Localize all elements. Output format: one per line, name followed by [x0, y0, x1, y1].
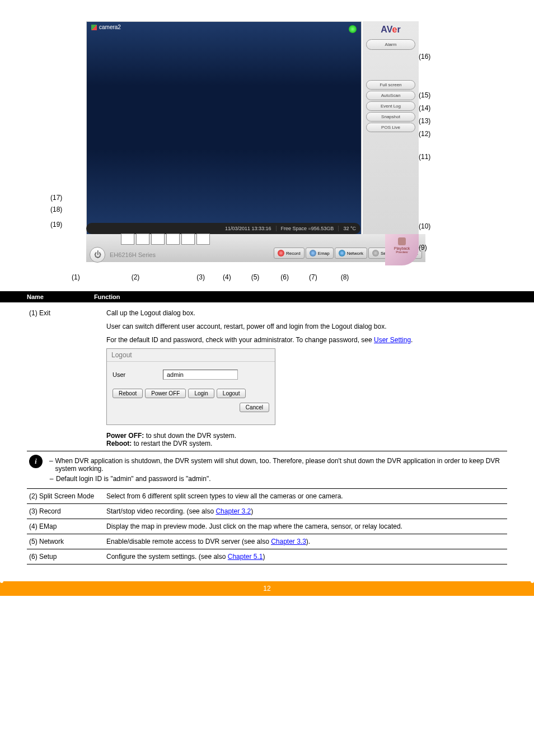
- row-name: (3) Record: [27, 504, 104, 519]
- status-bar: 11/03/2011 13:33:16 Free Space =956.53GB…: [86, 223, 360, 234]
- fullscreen-button[interactable]: Full screen: [366, 80, 415, 90]
- temperature: 32 °C: [339, 226, 360, 231]
- row-body: Display the map in preview mode. Just cl…: [104, 519, 507, 534]
- chapter-link[interactable]: Chapter 3.3: [271, 538, 306, 545]
- info-icon: i: [29, 455, 43, 468]
- callout-16: (16): [419, 53, 430, 60]
- row-body: Configure the system settings. (see also…: [104, 549, 507, 564]
- speaker-icon: [398, 237, 406, 245]
- cancel-button[interactable]: Cancel: [240, 403, 269, 412]
- autoscan-button[interactable]: AutoScan: [366, 91, 415, 100]
- brand-logo: AVer: [363, 21, 419, 38]
- row-body: Start/stop video recording. (see also Ch…: [104, 504, 507, 519]
- split-9-icon[interactable]: [151, 234, 165, 245]
- poslive-button[interactable]: POS Live: [366, 123, 415, 132]
- row-body: Call up the Logout dialog box. User can …: [104, 306, 507, 451]
- callout-11: (11): [419, 153, 430, 161]
- table-header: Name Function: [0, 291, 534, 302]
- split-4-icon[interactable]: [136, 234, 149, 245]
- callout-15: (15): [419, 91, 430, 99]
- snapshot-button[interactable]: Snapshot: [366, 112, 415, 122]
- reboot-button[interactable]: Reboot: [113, 389, 143, 398]
- page-footer: 12: [0, 581, 534, 596]
- video-area: camera2 ⚃ 1 2 3 4 5 6 7 8 9 10 11 12 13 …: [86, 21, 362, 235]
- split-16-icon[interactable]: [166, 234, 180, 245]
- free-space: Free Space =956.53GB: [277, 226, 339, 231]
- split-6-icon[interactable]: [181, 234, 195, 245]
- logout-button[interactable]: Logout: [217, 389, 246, 398]
- row-body: Select from 6 different split screen typ…: [104, 489, 507, 504]
- eventlog-button[interactable]: Event Log: [366, 101, 415, 111]
- callout-18: (18): [50, 206, 62, 213]
- annotated-screenshot: camera2 ⚃ 1 2 3 4 5 6 7 8 9 10 11 12 13 …: [27, 0, 507, 269]
- info-row: i –When DVR application is shutdown, the…: [27, 451, 507, 489]
- callout-17: (17): [50, 194, 62, 202]
- user-setting-link[interactable]: User Setting: [374, 336, 411, 344]
- row-body: Enable/disable remote access to DVR serv…: [104, 534, 507, 549]
- bottom-callouts: (1) (2) (3) (4) (5) (6) (7) (8): [72, 273, 349, 281]
- right-panel: AVer Alarm Full screen AutoScan Event Lo…: [363, 21, 419, 234]
- callout-13: (13): [419, 117, 430, 125]
- datetime: 11/03/2011 13:33:16: [221, 226, 277, 231]
- poweroff-button[interactable]: Power OFF: [145, 389, 186, 398]
- split-13-icon[interactable]: [196, 234, 210, 245]
- network-icon: [339, 250, 345, 256]
- chapter-link[interactable]: Chapter 5.1: [228, 553, 263, 561]
- status-dot-icon: [349, 25, 357, 33]
- row-name: (2) Split Screen Mode: [27, 489, 104, 504]
- split-1-icon[interactable]: [121, 234, 134, 245]
- row-name: (4) EMap: [27, 519, 104, 534]
- row-name: (1) Exit: [27, 306, 104, 451]
- user-label: User: [113, 371, 163, 378]
- camera-label: camera2: [88, 23, 124, 31]
- row-name: (6) Setup: [27, 549, 104, 564]
- record-button[interactable]: Record: [274, 248, 305, 259]
- chapter-link[interactable]: Chapter 3.2: [216, 507, 251, 515]
- callout-12: (12): [419, 130, 430, 138]
- network-button[interactable]: Network: [335, 248, 367, 259]
- setup-icon: [372, 250, 379, 256]
- callout-14: (14): [419, 104, 430, 112]
- record-icon: [278, 250, 284, 256]
- alarm-button[interactable]: Alarm: [366, 39, 415, 50]
- login-button[interactable]: Login: [188, 389, 214, 398]
- emap-button[interactable]: Emap: [306, 248, 334, 259]
- split-screen-icons: [121, 234, 210, 245]
- emap-icon: [310, 250, 316, 256]
- dialog-title: Logout: [107, 349, 275, 362]
- power-button[interactable]: ⏻: [90, 247, 105, 263]
- callout-19: (19): [50, 221, 62, 228]
- function-table: (1) Exit Call up the Logout dialog box. …: [27, 306, 507, 564]
- row-name: (5) Network: [27, 534, 104, 549]
- camera-icon: [91, 25, 97, 30]
- bottom-bar: ⏻ EH6216H Series Record Emap Network Set…: [86, 234, 425, 262]
- callout-10: (10): [419, 222, 430, 230]
- user-value: admin: [163, 370, 238, 380]
- page-number: 12: [263, 585, 270, 592]
- model-label: EH6216H Series: [110, 251, 156, 258]
- logout-dialog: Logout User admin Reboot Power OFF Login…: [106, 348, 275, 425]
